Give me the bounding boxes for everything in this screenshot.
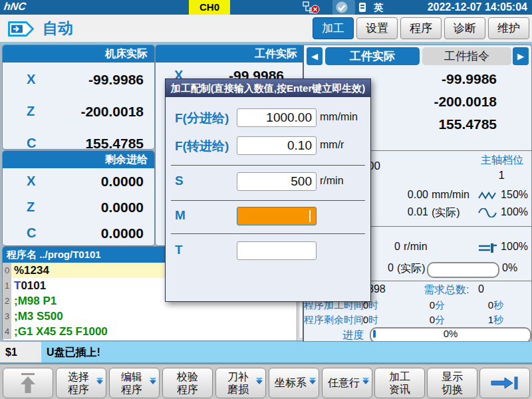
- datetime: 2022-12-07 14:05:04: [428, 0, 527, 15]
- axis-row: C 0.0000: [3, 221, 154, 246]
- axis-row: C 155.4785: [3, 130, 154, 150]
- arrow-up-to-top-icon: [18, 372, 38, 394]
- axis-label: X: [27, 174, 35, 189]
- tab-maintenance[interactable]: 维护: [488, 17, 529, 39]
- spindle-gear-value: 1: [499, 169, 505, 182]
- display-switch-button[interactable]: 显示切换: [427, 368, 477, 398]
- t-code-label: T: [175, 243, 183, 257]
- line-number: 0: [3, 263, 11, 278]
- chevron-down-icon: [309, 379, 316, 384]
- feed-per-rev-label: F(转进给): [175, 138, 229, 155]
- select-program-button[interactable]: 选择程序: [56, 368, 106, 398]
- lang-indicator: 英: [374, 0, 383, 15]
- tab-settings[interactable]: 设置: [356, 17, 398, 39]
- dialog-titlebar[interactable]: 加工配制(直接输入数值,按Enter键立即生效): [166, 79, 370, 97]
- tab-machining[interactable]: 加工: [313, 17, 354, 39]
- tab-diagnosis[interactable]: 诊断: [444, 17, 485, 39]
- channel-badge[interactable]: CH0: [189, 0, 230, 15]
- coordinate-system-button[interactable]: 坐标系: [269, 368, 319, 398]
- axis-label: C: [27, 136, 36, 150]
- m-code-input[interactable]: [237, 207, 317, 225]
- status-bar: $1 U盘已插上!: [0, 342, 532, 362]
- divider: [171, 200, 365, 201]
- feed-override-icon: [478, 191, 497, 200]
- tab-scroll-left-button[interactable]: ◀: [307, 47, 323, 65]
- chevron-down-icon: [362, 379, 369, 384]
- divider: [171, 233, 365, 234]
- feed-per-minute-unit: mm/min: [320, 111, 358, 123]
- axis-value: -200.0018: [80, 104, 144, 120]
- cnc-screen: hNC CH0 英 2022-12-07 14:05:04 自动 加工 设置 程…: [0, 0, 532, 399]
- tab-workpiece-command[interactable]: 工件指令: [422, 47, 511, 65]
- page-up-button[interactable]: [3, 368, 53, 398]
- next-menu-button[interactable]: [479, 368, 530, 398]
- workpiece-actual-title: 工件实际: [156, 45, 304, 63]
- progress-value: 0%: [371, 329, 530, 339]
- chevron-down-icon: [150, 379, 156, 384]
- machining-info-button[interactable]: 加工资讯: [374, 368, 425, 398]
- spindle-speed-label: S: [175, 174, 184, 188]
- progress-label: 进度: [342, 329, 364, 342]
- verify-program-button[interactable]: 校验程序: [162, 368, 213, 398]
- axis-label: Z: [27, 200, 35, 215]
- spindle-speed-unit: r/min: [320, 175, 344, 187]
- tab-program[interactable]: 程序: [400, 17, 442, 39]
- feed-actual-label: (实际): [432, 206, 460, 220]
- axis-label: X: [27, 72, 35, 87]
- axis-label: Z: [27, 104, 35, 119]
- mode-label: 自动: [43, 18, 73, 39]
- line-code: ;G1 X45 Z5 F1000: [11, 324, 304, 339]
- text-cursor: [309, 210, 311, 222]
- feed-unit: mm/min: [432, 189, 469, 201]
- auto-mode-icon: [8, 21, 36, 37]
- tool-comp-wear-button[interactable]: 刀补磨损: [215, 368, 266, 398]
- edit-program-button[interactable]: 编辑程序: [109, 368, 160, 398]
- axis-row: Z -200.0018: [3, 98, 154, 126]
- spindle-override-value: 100%: [500, 241, 528, 253]
- brand-logo-icon: hNC: [3, 1, 27, 13]
- channel-indicator: $1: [5, 342, 17, 362]
- spindle-speed-row: S 500 r/min: [166, 172, 370, 192]
- axis-value: 155.4785: [85, 136, 144, 150]
- titlebar: hNC CH0 英 2022-12-07 14:05:04: [0, 0, 532, 15]
- tab-workpiece-actual[interactable]: 工件实际: [325, 47, 420, 65]
- machining-config-dialog: 加工配制(直接输入数值,按Enter键立即生效) F(分进给) 1000.00 …: [165, 78, 371, 302]
- ok-check-icon: [335, 1, 348, 13]
- axis-row: X 0.0000: [3, 170, 154, 194]
- m-code-label: M: [175, 208, 186, 223]
- remaining-feed-title: 剩余进给: [3, 151, 154, 168]
- axis-value: -99.9986: [88, 72, 144, 88]
- program-line[interactable]: 4 ;G1 X45 Z5 F1000: [3, 324, 304, 339]
- feed-per-rev-unit: mm/r: [320, 139, 344, 151]
- spindle-unit: r/min: [404, 241, 428, 253]
- any-line-button[interactable]: 任意行: [322, 368, 372, 398]
- axis-row: Z 0.0000: [3, 196, 154, 220]
- spindle-load-value: 0%: [502, 262, 529, 274]
- feed-per-minute-input[interactable]: 1000.00: [237, 108, 317, 127]
- tab-scroll-right-button[interactable]: ▶: [513, 47, 529, 65]
- t-code-row: T: [166, 241, 370, 261]
- chevron-down-icon: [256, 379, 263, 384]
- spindle-actual-label: (实际): [397, 262, 426, 276]
- m-code-row: M: [166, 207, 370, 227]
- spindle-override-icon: [478, 243, 499, 253]
- rapid-override-value: 100%: [500, 206, 528, 218]
- rapid-override-icon: [478, 208, 497, 217]
- program-line[interactable]: 3 ;M3 S500: [3, 309, 304, 324]
- feed-per-rev-row: F(转进给) 0.10 mm/r: [166, 136, 370, 156]
- axis-value: 0.0000: [101, 225, 144, 241]
- axis-value: 0.0000: [101, 174, 144, 190]
- spindle-gear-label: 主轴档位: [481, 154, 523, 168]
- t-code-input[interactable]: [237, 241, 317, 260]
- divider: [171, 165, 365, 166]
- spindle-speed-input[interactable]: 500: [237, 172, 317, 191]
- line-number: 1: [3, 278, 11, 293]
- feed-per-rev-input[interactable]: 0.10: [237, 136, 317, 155]
- line-number: 3: [3, 309, 11, 324]
- progress-row: 进度 0%: [304, 327, 531, 342]
- axis-value: 0.0000: [101, 200, 144, 215]
- line-number: 4: [3, 324, 11, 339]
- program-name-label: 程序名: [7, 249, 37, 260]
- progress-bar: 0%: [370, 327, 531, 342]
- chevron-down-icon: [96, 379, 103, 384]
